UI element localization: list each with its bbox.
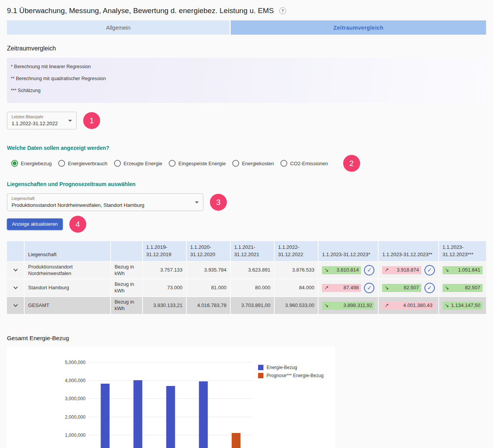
forecast-cell: ↗3.918.874✓ (379, 262, 439, 280)
year-header-2019: 1.1.2019- 31.12.2019 (143, 241, 187, 262)
radio-selected-icon[interactable] (11, 160, 18, 167)
property-heading: Liegenschaften und Prognosezeitraum ausw… (7, 181, 486, 187)
property-select[interactable]: Liegenschaft Produktionsstandort Nordrhe… (7, 193, 203, 211)
forecast-check-icon[interactable]: ✓ (364, 283, 374, 293)
forecast-value: 87.498 (344, 285, 359, 291)
balance-year-row: Letztes Bilanzjahr 1.1.2022-31.12.2022 1 (7, 112, 486, 129)
forecast-chip: ↘3.810.814 (322, 266, 361, 274)
chart-bar (199, 381, 208, 448)
page-title: 9.1 Überwachung, Messung, Analyse, Bewer… (7, 7, 274, 15)
expand-row-icon[interactable] (12, 267, 20, 273)
year-value: 73.000 (143, 279, 187, 297)
step-badge-2: 2 (343, 155, 360, 172)
forecast-chip: ↘82.507 (382, 284, 421, 292)
forecast-cell: ↘1.134.147,50 (439, 297, 486, 315)
step-badge-3: 3 (210, 194, 227, 211)
forecast-value: 4.001.380,43 (403, 302, 433, 309)
forecast-value: 3.810.814 (337, 267, 359, 273)
chart-bar (166, 386, 175, 448)
update-row: Anzeige aktualisieren 4 (7, 216, 486, 233)
select-label: Letztes Bilanzjahr (12, 114, 65, 119)
legend-label: Prognose*** Energie-Bezug (267, 373, 324, 378)
year-value: 3.703.891,00 (231, 297, 275, 315)
year-header-2022: 1.1.2022- 31.12.2022 (275, 241, 319, 262)
forecast-chip: ↗3.918.874 (382, 266, 421, 274)
chart-card: 01,000,0002,000,0003,000,0004,000,0005,0… (7, 346, 335, 448)
select-label: Liegenschaft (12, 196, 191, 201)
update-display-button[interactable]: Anzeige aktualisieren (7, 218, 63, 230)
trend-up-icon: ↗ (384, 267, 389, 273)
comparison-table: Liegenschaft 1.1.2019- 31.12.2019 1.1.20… (7, 241, 486, 315)
step-badge-4: 4 (69, 216, 86, 233)
note-quadratic-regression: ** Berechnung mit quadratischer Regressi… (11, 76, 482, 81)
forecast-header-estimate: 1.1.2023- 31.12.2023*** (439, 241, 486, 262)
table-row: GESAMTBezug in kWh3.830.133,214.016.783,… (7, 297, 486, 315)
year-value: 81.000 (187, 279, 231, 297)
y-axis-tick-label: 4,000,000 (65, 378, 86, 383)
unit-label: Bezug in kWh (111, 279, 143, 297)
forecast-cell: ↘3.898.311,92 (319, 297, 379, 315)
radio-unselected-icon[interactable] (280, 160, 287, 167)
dropdown-arrow-icon (68, 120, 72, 122)
y-axis-tick-label: 3,000,000 (65, 396, 86, 401)
forecast-check-icon[interactable]: ✓ (364, 265, 374, 275)
chart-plot: 01,000,0002,000,0003,000,0004,000,0005,0… (89, 362, 252, 448)
unit-column-header (111, 241, 143, 262)
y-axis-tick-label: 5,000,000 (65, 360, 86, 365)
forecast-header-quadratic: 1.1.2023-31.12.2023** (379, 241, 439, 262)
radio-label: Energieverbrauch (68, 161, 107, 166)
chart-bar (134, 380, 143, 448)
unit-label: Bezug in kWh (111, 262, 143, 280)
radio-option-energiebezug[interactable]: Energiebezug (11, 160, 52, 167)
year-value: 4.016.783,78 (187, 297, 231, 315)
radio-option-co2-emissionen[interactable]: CO2-Emissionen (280, 160, 328, 167)
tab-allgemein[interactable]: Allgemein (7, 20, 230, 35)
select-value: Produktionsstandort Nordrheinwestfalen, … (12, 202, 191, 208)
year-value: 80.000 (231, 279, 275, 297)
forecast-cell: ↗87.498✓ (319, 279, 379, 297)
trend-down-icon: ↘ (445, 302, 449, 309)
y-axis-tick-label: 2,000,000 (65, 414, 86, 420)
radio-unselected-icon[interactable] (169, 160, 176, 167)
tab-zeitraumvergleich[interactable]: Zeitraumvergleich (231, 20, 486, 35)
legend-label: Energie-Bezug (267, 365, 297, 370)
note-linear-regression: * Berechnung mit linearer Regression (11, 64, 482, 69)
chart-bar (101, 384, 110, 448)
expand-row-icon[interactable] (12, 302, 20, 309)
radio-label: Energiekosten (242, 161, 274, 166)
year-value: 3.876.533 (275, 262, 319, 280)
radio-option-energieverbrauch[interactable]: Energieverbrauch (58, 160, 107, 167)
forecast-header-linear: 1.1.2023-31.12.2023* (319, 241, 379, 262)
forecast-value: 1.134.147,50 (451, 302, 480, 309)
legend-item: Energie-Bezug (258, 365, 324, 370)
help-icon[interactable]: ? (279, 7, 286, 14)
forecast-cell: ↗4.001.380,43 (379, 297, 439, 315)
forecast-value: 3.898.311,92 (344, 302, 372, 309)
forecast-chip: ↘82.507 (443, 284, 483, 292)
radio-unselected-icon[interactable] (232, 160, 239, 167)
chart-gridline (89, 362, 252, 362)
unit-label: Bezug in kWh (111, 297, 143, 315)
data-question: Welche Daten sollen angezeigt werden? (7, 145, 486, 151)
radio-option-energiekosten[interactable]: Energiekosten (232, 160, 274, 167)
step-badge-1: 1 (83, 112, 100, 129)
trend-up-icon: ↗ (324, 285, 329, 291)
forecast-value: 82.507 (465, 285, 480, 291)
forecast-check-icon[interactable]: ✓ (424, 283, 435, 293)
radio-option-eingespeiste-energie[interactable]: Eingespeiste Energie (169, 160, 226, 167)
forecast-check-icon[interactable]: ✓ (424, 265, 435, 275)
trend-down-icon: ↘ (384, 285, 389, 291)
dropdown-arrow-icon (195, 201, 199, 203)
forecast-cell: ↘82.507 (439, 279, 486, 297)
radio-option-erzeugte-energie[interactable]: Erzeugte Energie (114, 160, 162, 167)
year-value: 3.830.133,21 (143, 297, 187, 315)
property-row: Liegenschaft Produktionsstandort Nordrhe… (7, 193, 486, 211)
radio-unselected-icon[interactable] (58, 160, 65, 167)
expand-row-icon[interactable] (12, 285, 20, 291)
liegenschaft-name: GESAMT (25, 297, 111, 315)
radio-unselected-icon[interactable] (114, 160, 121, 167)
year-header-2021: 1.1.2021- 31.12.2021 (231, 241, 275, 262)
balance-year-select[interactable]: Letztes Bilanzjahr 1.1.2022-31.12.2022 (7, 112, 77, 129)
forecast-chip: ↗87.498 (322, 284, 361, 292)
radio-label: CO2-Emissionen (290, 161, 328, 166)
